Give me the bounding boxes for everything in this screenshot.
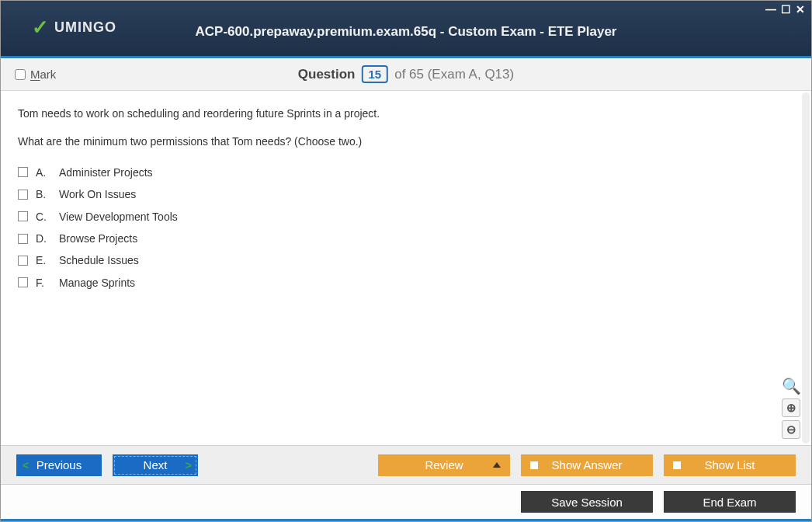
question-indicator: Question 15 of 65 (Exam A, Q13) <box>298 65 514 83</box>
answer-checkbox[interactable] <box>18 167 28 177</box>
answer-checkbox[interactable] <box>18 277 28 287</box>
answer-checkbox[interactable] <box>18 256 28 266</box>
review-button[interactable]: Review <box>378 454 510 476</box>
mark-checkbox-wrap[interactable]: Mark <box>15 68 56 81</box>
end-exam-button[interactable]: End Exam <box>664 491 796 513</box>
zoom-out-icon[interactable]: ⊖ <box>782 420 800 439</box>
answer-letter: B. <box>36 186 51 203</box>
question-suffix: of 65 (Exam A, Q13) <box>394 67 514 82</box>
answer-letter: C. <box>36 208 51 225</box>
answer-letter: E. <box>36 252 51 269</box>
show-list-button[interactable]: Show List <box>664 454 796 476</box>
previous-button[interactable]: < Previous <box>16 454 102 476</box>
bottombar: Save Session End Exam <box>1 484 811 521</box>
window-title: ACP-600.prepaway.premium.exam.65q - Cust… <box>1 24 811 40</box>
question-text-1: Tom needs to work on scheduling and reor… <box>18 105 794 122</box>
save-session-label: Save Session <box>551 496 623 509</box>
question-text-2: What are the minimum two permissions tha… <box>18 133 794 150</box>
answer-checkbox[interactable] <box>18 234 28 244</box>
window-controls: — ☐ ✕ <box>765 4 805 15</box>
answer-text: Browse Projects <box>59 230 137 247</box>
chevron-left-icon: < <box>23 459 29 472</box>
answer-text: Work On Issues <box>59 186 136 203</box>
answer-row[interactable]: C.View Development Tools <box>18 206 794 228</box>
answer-letter: D. <box>36 230 51 247</box>
show-answer-label: Show Answer <box>552 458 623 472</box>
answer-row[interactable]: D.Browse Projects <box>18 228 794 249</box>
answer-text: Administer Projects <box>59 164 153 181</box>
square-icon <box>673 461 681 469</box>
answer-text: Schedule Issues <box>59 252 139 269</box>
previous-label: Previous <box>36 458 82 472</box>
close-icon[interactable]: ✕ <box>796 4 805 15</box>
answer-text: View Development Tools <box>59 208 178 225</box>
question-word: Question <box>298 67 356 82</box>
mark-label-letter: M <box>30 68 40 81</box>
zoom-in-icon[interactable]: ⊕ <box>782 398 800 417</box>
answer-row[interactable]: F.Manage Sprints <box>18 272 794 294</box>
mark-label-rest: ark <box>40 68 57 81</box>
toolbar: < Previous Next > Review Show Answer Sho… <box>1 445 811 484</box>
answer-checkbox[interactable] <box>18 190 28 200</box>
show-list-label: Show List <box>704 458 755 472</box>
square-icon <box>530 461 538 469</box>
triangle-up-icon <box>493 462 501 468</box>
minimize-icon[interactable]: — <box>765 4 776 15</box>
answer-letter: A. <box>36 164 51 181</box>
answer-text: Manage Sprints <box>59 274 135 291</box>
chevron-right-icon: > <box>186 459 192 472</box>
answer-row[interactable]: E.Schedule Issues <box>18 249 794 271</box>
search-icon[interactable]: 🔍 <box>782 377 800 395</box>
show-answer-button[interactable]: Show Answer <box>521 454 653 476</box>
answer-row[interactable]: B.Work On Issues <box>18 183 794 205</box>
zoom-tools: 🔍 ⊕ ⊖ <box>782 377 800 439</box>
review-label: Review <box>425 458 463 472</box>
answer-checkbox[interactable] <box>18 211 28 221</box>
question-body: Tom needs to work on scheduling and reor… <box>1 91 811 445</box>
titlebar: — ☐ ✕ ✓ UMINGO ACP-600.prepaway.premium.… <box>1 1 811 58</box>
save-session-button[interactable]: Save Session <box>521 491 653 513</box>
question-number[interactable]: 15 <box>361 65 388 83</box>
answer-row[interactable]: A.Administer Projects <box>18 162 794 183</box>
next-label: Next <box>144 458 168 472</box>
answer-letter: F. <box>36 274 51 291</box>
next-button[interactable]: Next > <box>113 454 198 476</box>
question-bar: Mark Question 15 of 65 (Exam A, Q13) <box>1 58 811 91</box>
scrollbar[interactable] <box>802 92 810 444</box>
end-exam-label: End Exam <box>703 496 756 509</box>
mark-checkbox[interactable] <box>15 69 26 80</box>
maximize-icon[interactable]: ☐ <box>781 4 791 15</box>
